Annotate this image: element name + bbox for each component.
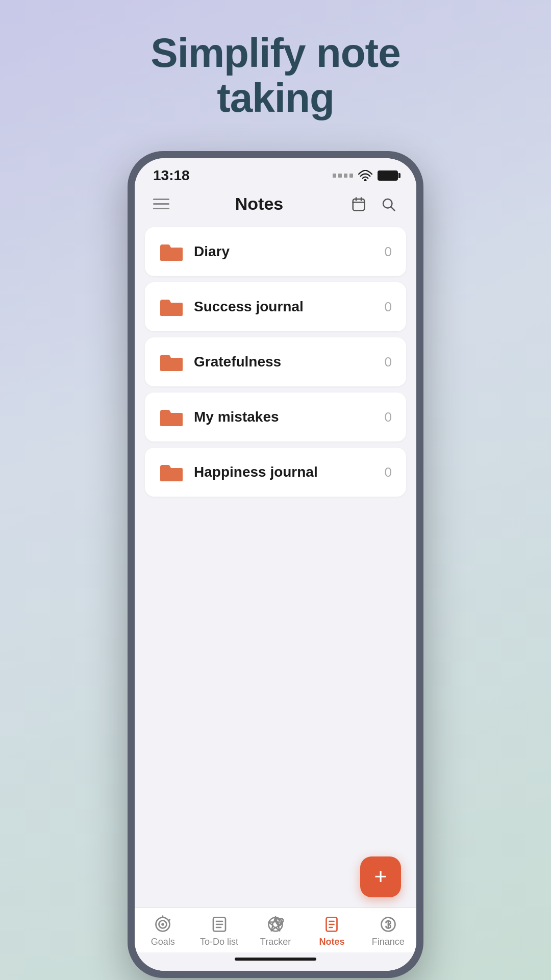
menu-button[interactable] (153, 199, 169, 209)
folder-name-diary: Diary (194, 243, 230, 260)
tab-bar: Goals To-Do list Tracker (135, 908, 416, 952)
tab-goals[interactable]: Goals (135, 915, 191, 947)
tab-todo-label: To-Do list (200, 937, 238, 947)
todo-icon (210, 915, 229, 934)
folder-icon-gratefulness (159, 352, 184, 372)
tab-notes[interactable]: Notes (304, 915, 360, 947)
folder-count-happiness: 0 (385, 464, 392, 480)
goals-icon (154, 915, 172, 934)
add-icon: + (374, 865, 387, 888)
home-indicator-area (135, 952, 416, 971)
folder-count-gratefulness: 0 (385, 354, 392, 370)
tab-todo[interactable]: To-Do list (191, 915, 247, 947)
folder-count-success: 0 (385, 299, 392, 315)
folder-icon-diary (159, 241, 184, 262)
tab-tracker[interactable]: Tracker (247, 915, 304, 947)
folder-item-success[interactable]: Success journal 0 (145, 282, 406, 331)
folder-name-success: Success journal (194, 299, 304, 315)
fab-area: + (135, 851, 416, 908)
search-button[interactable] (379, 194, 398, 214)
home-bar (235, 958, 316, 961)
folder-icon-mistakes (159, 407, 184, 427)
svg-point-0 (365, 180, 366, 181)
tab-goals-label: Goals (151, 937, 175, 947)
tab-finance-label: Finance (372, 937, 405, 947)
nav-bar: Notes (135, 189, 416, 222)
svg-line-6 (391, 207, 395, 210)
folder-name-happiness: Happiness journal (194, 464, 318, 480)
tab-tracker-label: Tracker (260, 937, 291, 947)
calendar-button[interactable] (349, 194, 368, 214)
page-headline: Simplify note taking (151, 31, 400, 120)
nav-title: Notes (235, 194, 283, 214)
tab-finance[interactable]: Finance (360, 915, 416, 947)
svg-line-11 (168, 920, 170, 921)
folder-list: Diary 0 Success journal 0 (135, 222, 416, 851)
folder-count-diary: 0 (385, 244, 392, 260)
folder-count-mistakes: 0 (385, 409, 392, 425)
folder-item-diary[interactable]: Diary 0 (145, 227, 406, 276)
svg-point-9 (162, 924, 164, 925)
status-icons (333, 170, 398, 181)
signal-icon (333, 174, 353, 178)
add-button[interactable]: + (360, 856, 401, 897)
folder-item-happiness[interactable]: Happiness journal 0 (145, 448, 406, 497)
folder-name-gratefulness: Gratefulness (194, 354, 281, 370)
folder-item-gratefulness[interactable]: Gratefulness 0 (145, 337, 406, 386)
finance-icon (379, 915, 397, 934)
folder-icon-happiness (159, 462, 184, 482)
folder-icon-success (159, 297, 184, 317)
folder-name-mistakes: My mistakes (194, 409, 279, 425)
wifi-icon (358, 170, 372, 181)
notes-icon (322, 915, 341, 934)
status-bar: 13:18 (135, 158, 416, 189)
tracker-icon (266, 915, 285, 934)
phone-frame: 13:18 (128, 151, 423, 978)
nav-right-icons (349, 194, 398, 214)
status-time: 13:18 (153, 167, 190, 184)
battery-icon (378, 170, 398, 181)
folder-item-mistakes[interactable]: My mistakes 0 (145, 393, 406, 442)
phone-screen: 13:18 (135, 158, 416, 971)
svg-rect-1 (353, 199, 365, 211)
tab-notes-label: Notes (319, 937, 344, 947)
